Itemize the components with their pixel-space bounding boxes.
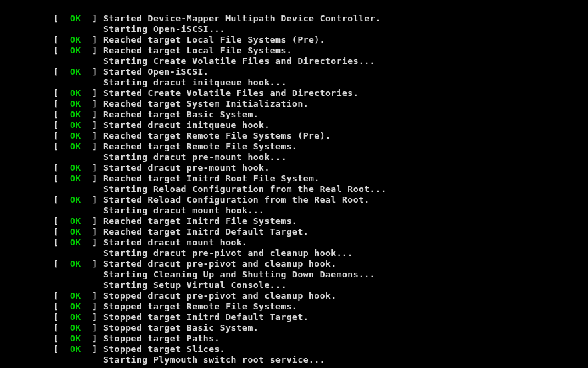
status-ok: OK [70,131,81,141]
bracket-close: ] [92,291,97,301]
bracket-open: [ [53,35,59,45]
indent [53,24,103,34]
bracket-close: ] [92,88,97,98]
boot-message: Started dracut pre-mount hook. [103,163,270,173]
boot-message: Starting Setup Virtual Console... [103,280,287,290]
status-ok: OK [70,13,81,23]
boot-message: Reached target System Initialization. [103,99,309,109]
bracket-open: [ [53,13,59,23]
bracket-open: [ [53,216,59,226]
boot-line: [ OK ] Reached target Initrd Root File S… [53,173,588,184]
boot-message: Stopped target Initrd Default Target. [103,312,309,322]
boot-message: Started Create Volatile Files and Direct… [103,88,359,98]
boot-console: [ OK ] Started Device-Mapper Multipath D… [0,0,588,365]
boot-line: Starting dracut pre-mount hook... [53,152,588,163]
boot-message: Reached target Initrd Default Target. [103,227,309,237]
bracket-open: [ [53,344,59,354]
status-ok: OK [70,88,81,98]
boot-message: Reached target Initrd File Systems. [103,216,297,226]
boot-line: [ OK ] Stopped target Initrd Default Tar… [53,312,588,323]
boot-line: Starting dracut pre-pivot and cleanup ho… [53,248,588,259]
indent [53,280,103,290]
bracket-open: [ [53,45,59,55]
status-ok: OK [70,35,81,45]
status-ok: OK [70,312,81,322]
boot-line: Starting Plymouth switch root service... [53,355,588,365]
bracket-open: [ [53,88,59,98]
boot-line: Starting Setup Virtual Console... [53,280,588,291]
bracket-close: ] [92,109,97,119]
bracket-open: [ [53,109,59,119]
boot-line: Starting Cleaning Up and Shutting Down D… [53,269,588,280]
boot-message: Stopped target Remote File Systems. [103,301,297,311]
bracket-open: [ [53,141,59,151]
status-ok: OK [70,237,81,247]
bracket-close: ] [92,99,97,109]
status-ok: OK [70,216,81,226]
boot-line: [ OK ] Reached target Initrd File System… [53,216,588,227]
boot-message: Reached target Remote File Systems (Pre)… [103,131,331,141]
boot-line: Starting Create Volatile Files and Direc… [53,56,588,67]
boot-line: Starting dracut mount hook... [53,205,588,216]
bracket-close: ] [92,323,97,333]
boot-message: Starting dracut pre-pivot and cleanup ho… [103,248,353,258]
indent [53,269,103,279]
bracket-open: [ [53,291,59,301]
indent [53,152,103,162]
status-ok: OK [70,173,81,183]
bracket-open: [ [53,195,59,205]
bracket-close: ] [92,344,97,354]
bracket-close: ] [92,173,97,183]
indent [53,355,103,365]
bracket-close: ] [92,195,97,205]
boot-message: Stopped target Slices. [103,344,225,354]
boot-message: Started Open-iSCSI. [103,67,209,77]
boot-message: Stopped target Paths. [103,333,220,343]
status-ok: OK [70,195,81,205]
status-ok: OK [70,45,81,55]
bracket-close: ] [92,120,97,130]
boot-line: [ OK ] Started dracut pre-mount hook. [53,163,588,173]
boot-line: [ OK ] Started Create Volatile Files and… [53,88,588,99]
boot-line: [ OK ] Started dracut initqueue hook. [53,120,588,131]
bracket-close: ] [92,259,97,269]
bracket-open: [ [53,67,59,77]
bracket-close: ] [92,141,97,151]
boot-message: Starting dracut pre-mount hook... [103,152,287,162]
boot-message: Started dracut pre-pivot and cleanup hoo… [103,259,337,269]
boot-line: [ OK ] Reached target System Initializat… [53,99,588,109]
bracket-close: ] [92,13,97,23]
boot-line: [ OK ] Stopped dracut pre-pivot and clea… [53,291,588,301]
bracket-close: ] [92,227,97,237]
boot-line: [ OK ] Reached target Local File Systems… [53,45,588,56]
boot-message: Stopped dracut pre-pivot and cleanup hoo… [103,291,337,301]
boot-line: Starting Reload Configuration from the R… [53,184,588,195]
boot-line: [ OK ] Reached target Remote File System… [53,141,588,152]
bracket-close: ] [92,216,97,226]
status-ok: OK [70,259,81,269]
boot-line: Starting dracut initqueue hook... [53,77,588,88]
bracket-open: [ [53,301,59,311]
boot-line: [ OK ] Started dracut pre-pivot and clea… [53,259,588,269]
boot-message: Stopped target Basic System. [103,323,259,333]
bracket-open: [ [53,312,59,322]
boot-message: Started Reload Configuration from the Re… [103,195,370,205]
boot-line: [ OK ] Started dracut mount hook. [53,237,588,248]
status-ok: OK [70,323,81,333]
bracket-close: ] [92,35,97,45]
bracket-open: [ [53,259,59,269]
indent [53,248,103,258]
status-ok: OK [70,301,81,311]
boot-line: [ OK ] Started Open-iSCSI. [53,67,588,77]
bracket-open: [ [53,227,59,237]
status-ok: OK [70,333,81,343]
boot-message: Starting Plymouth switch root service... [103,355,325,365]
indent [53,56,103,66]
boot-line: [ OK ] Started Reload Configuration from… [53,195,588,205]
boot-line: Starting Open-iSCSI... [53,24,588,35]
indent [53,77,103,87]
bracket-open: [ [53,333,59,343]
status-ok: OK [70,141,81,151]
bracket-close: ] [92,312,97,322]
boot-message: Reached target Basic System. [103,109,259,119]
